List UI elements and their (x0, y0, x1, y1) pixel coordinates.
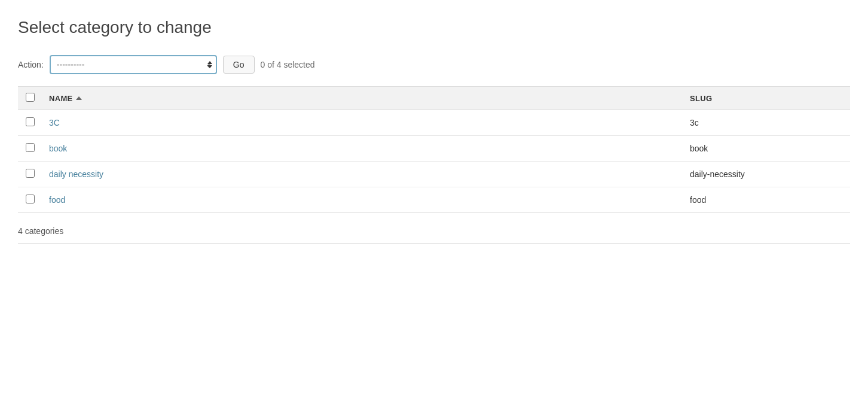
row-name-link[interactable]: daily necessity (49, 169, 103, 179)
action-select[interactable]: ---------- (50, 55, 217, 74)
table-row: 3C3c (18, 110, 850, 136)
header-slug: SLUG (683, 87, 850, 110)
footer-count: 4 categories (18, 219, 850, 244)
row-checkbox-cell (18, 136, 42, 162)
row-slug-cell: daily-necessity (683, 162, 850, 187)
row-name-cell: daily necessity (42, 162, 683, 187)
row-name-link[interactable]: food (49, 195, 65, 205)
sort-arrow-up-icon (76, 96, 82, 100)
table-header-row: NAME SLUG (18, 87, 850, 110)
header-name[interactable]: NAME (42, 87, 683, 110)
row-name-cell: book (42, 136, 683, 162)
table-row: daily necessitydaily-necessity (18, 162, 850, 187)
row-name-cell: 3C (42, 110, 683, 136)
go-button[interactable]: Go (223, 56, 255, 74)
row-checkbox-cell (18, 110, 42, 136)
row-slug-cell: book (683, 136, 850, 162)
row-checkbox-cell (18, 162, 42, 187)
header-checkbox-col (18, 87, 42, 110)
row-name-cell: food (42, 187, 683, 213)
table-row: foodfood (18, 187, 850, 213)
row-checkbox[interactable] (26, 117, 35, 126)
table-row: bookbook (18, 136, 850, 162)
table-body: 3C3cbookbookdaily necessitydaily-necessi… (18, 110, 850, 213)
row-checkbox-cell (18, 187, 42, 213)
action-select-wrapper: ---------- (50, 55, 217, 74)
selected-count: 0 of 4 selected (261, 60, 315, 69)
row-checkbox[interactable] (26, 143, 35, 152)
category-table: NAME SLUG 3C3cbookbookdaily necessitydai… (18, 86, 850, 213)
row-name-link[interactable]: 3C (49, 118, 60, 127)
row-slug-cell: food (683, 187, 850, 213)
action-label: Action: (18, 60, 44, 69)
select-all-checkbox[interactable] (26, 93, 35, 102)
row-checkbox[interactable] (26, 169, 35, 178)
row-slug-cell: 3c (683, 110, 850, 136)
page-title: Select category to change (18, 18, 850, 37)
action-bar: Action: ---------- Go 0 of 4 selected (18, 55, 850, 74)
row-checkbox[interactable] (26, 195, 35, 203)
row-name-link[interactable]: book (49, 144, 67, 153)
